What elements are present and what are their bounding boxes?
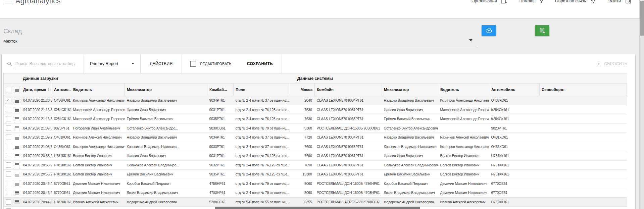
col-header-driver-load[interactable]: Водитель <box>71 84 125 96</box>
row-menu-icon[interactable] <box>13 170 21 179</box>
table-row[interactable]: 04.07.2020 21:09:589023РТ61Погорелов Ива… <box>4 123 627 133</box>
table-cell <box>540 160 627 170</box>
col-header-datetime[interactable]: Дата, время <box>21 84 52 96</box>
application-window: Agroanalytics Организация Помощь ? Обрат… <box>0 0 644 209</box>
table-cell: 04.07.2020 21:05:56 <box>21 142 52 151</box>
report-select[interactable]: Primary Report <box>90 59 134 69</box>
nav-feedback[interactable]: Обратная связь <box>555 0 596 4</box>
edit-checkbox[interactable] <box>190 61 196 67</box>
table-cell: отд № 2-4 поле № 79 оз пшениц... <box>234 188 289 198</box>
row-menu-icon[interactable] <box>13 197 21 207</box>
row-menu-icon[interactable] <box>13 160 21 170</box>
row-checkbox[interactable] <box>4 197 13 207</box>
col-header-auto-sys[interactable]: Автомобиль <box>489 84 540 96</box>
row-menu-icon[interactable] <box>13 151 21 161</box>
group-header-row: Данные загрузки Данные системы <box>4 73 627 84</box>
table-row[interactable]: 04.07.2020 20:46:466770ОЕ61Демехин Макси… <box>4 179 627 188</box>
vertical-scrollbar[interactable] <box>639 0 644 209</box>
logout-icon <box>625 0 631 4</box>
row-menu-icon[interactable] <box>13 207 21 209</box>
table-cell: Коробов Василий Петрович <box>125 179 207 188</box>
warehouse-select-underline <box>3 47 477 47</box>
actions-button[interactable]: ДЕЙСТВИЯ <box>141 54 182 73</box>
menu-icon[interactable] <box>5 0 11 3</box>
row-checkbox[interactable] <box>4 160 13 170</box>
row-menu-icon[interactable] <box>13 142 21 151</box>
col-header-combine-load[interactable]: Комбай... <box>207 84 234 96</box>
table-row[interactable]: 04.07.2020 20:46:466770ОЕ61Демехин Макси… <box>4 188 627 198</box>
table-cell: 9031РТ61 <box>207 105 234 114</box>
table-row[interactable]: 04.07.2020 21:05:56О436КО61Котляров Алек… <box>4 142 627 151</box>
row-menu-icon[interactable] <box>13 188 21 198</box>
table-cell: Болгов Виктор Иванович <box>438 170 489 179</box>
col-header-driver-sys[interactable]: Водитель <box>438 84 489 96</box>
search-input[interactable] <box>15 59 81 69</box>
select-all-checkbox[interactable] <box>4 84 13 96</box>
row-checkbox[interactable]: ✓ <box>4 96 13 105</box>
vertical-scrollbar-thumb[interactable] <box>640 1 644 36</box>
row-menu-icon[interactable] <box>13 105 21 114</box>
table-cell: 7600 <box>289 142 315 151</box>
table-row[interactable]: 04.07.2020 20:55:20Н781КК161Болгов Викто… <box>4 160 627 170</box>
row-menu-icon[interactable] <box>13 96 21 105</box>
col-header-operator-sys[interactable]: Механизатор <box>382 84 438 96</box>
row-checkbox[interactable] <box>4 188 13 198</box>
table-cell: Разинков Алексей Николаевич <box>71 133 125 142</box>
header-menu-icon[interactable] <box>13 84 21 96</box>
row-checkbox[interactable] <box>4 170 13 179</box>
row-checkbox[interactable] <box>4 179 13 188</box>
row-menu-icon[interactable] <box>13 179 21 188</box>
col-header-auto-load[interactable]: Автомо... <box>52 84 71 96</box>
table-cell: Ерёмин Василий Васильевич <box>382 170 438 179</box>
col-header-field[interactable]: Поле <box>234 84 289 96</box>
horizontal-scrollbar-thumb[interactable] <box>215 207 420 209</box>
table-cell: CLAAS LEXION570 9034РТ61 <box>315 96 382 105</box>
row-checkbox[interactable] <box>4 207 13 209</box>
row-menu-icon[interactable] <box>13 133 21 142</box>
nav-logout-label: Выйти <box>608 0 621 3</box>
table-cell: О481КО61 <box>489 133 540 142</box>
col-header-mass[interactable]: Масса <box>289 84 315 96</box>
col-header-crop-rotation[interactable]: Севооборот <box>540 84 627 96</box>
col-header-combine-sys[interactable]: Комбайн <box>315 84 382 96</box>
nav-organization[interactable]: Организация <box>472 0 507 4</box>
table-cell: 6770ОЕ61 <box>52 188 71 198</box>
row-menu-icon[interactable] <box>13 123 21 133</box>
table-row[interactable]: 04.07.2020 21:16:59К284СК161Масловский А… <box>4 105 627 114</box>
upload-button[interactable] <box>482 25 496 36</box>
row-checkbox[interactable] <box>4 151 13 161</box>
row-checkbox[interactable] <box>4 114 13 124</box>
nav-logout[interactable]: Выйти <box>608 0 631 4</box>
table-row[interactable]: 04.07.2020 20:55:20Н781КК161Болгов Викто… <box>4 151 627 161</box>
table-cell <box>540 114 627 124</box>
table-cell: Цаплин Иван Борисович <box>125 105 207 114</box>
row-checkbox[interactable] <box>4 133 13 142</box>
row-menu-icon[interactable] <box>13 114 21 124</box>
nav-help[interactable]: Помощь ? <box>519 0 543 4</box>
table-row[interactable]: 04.07.2020 21:09:21О481КО61Разинков Алек… <box>4 133 627 142</box>
table-row[interactable]: 04.07.2020 21:16:59К284СК161Масловский А… <box>4 114 627 124</box>
table-cell: отд № 2-4 поле № 37 оз пшениц... <box>234 142 289 151</box>
warehouse-select[interactable]: Мехток <box>3 39 17 44</box>
chevron-down-icon[interactable] <box>469 39 473 41</box>
table-row[interactable]: 04.07.2020 20:55:20Н781КК161Болгов Викто… <box>4 170 627 179</box>
table-cell: О436КО61 <box>52 96 71 105</box>
warehouse-filter-label: Склад <box>3 28 22 35</box>
table-row[interactable]: ✓04.07.2020 21:26:31О436КО61Котляров Але… <box>4 96 627 105</box>
table-cell: Н781КК161 <box>52 151 71 161</box>
add-report-button[interactable] <box>535 25 549 36</box>
row-checkbox[interactable] <box>4 142 13 151</box>
table-cell: Демехин Максим Николаевич <box>71 179 125 188</box>
edit-toggle[interactable]: РЕДАКТИРОВАТЬ <box>182 54 238 73</box>
table-cell: Котляров Александр Николаевич <box>71 142 125 151</box>
row-checkbox[interactable] <box>4 123 13 133</box>
save-button[interactable]: СОХРАНИТЬ <box>238 54 282 73</box>
table-row[interactable]: 04.07.2020 20:44:02Н782КК161Иванча Алекс… <box>4 197 627 207</box>
table-cell: 5060 <box>289 179 315 188</box>
table-cell: 04.07.2020 20:46:46 <box>21 179 52 188</box>
table-cell: Болгов Виктор Иванович <box>71 170 125 179</box>
col-header-operator-load[interactable]: Механизатор <box>125 84 207 96</box>
reset-button[interactable]: СБРОСИТЬ <box>596 54 627 73</box>
row-checkbox[interactable] <box>4 105 13 114</box>
table-cell: РОСТСЕЛЬМАШ ДОН-1500Б 4703НР61 <box>315 188 382 198</box>
